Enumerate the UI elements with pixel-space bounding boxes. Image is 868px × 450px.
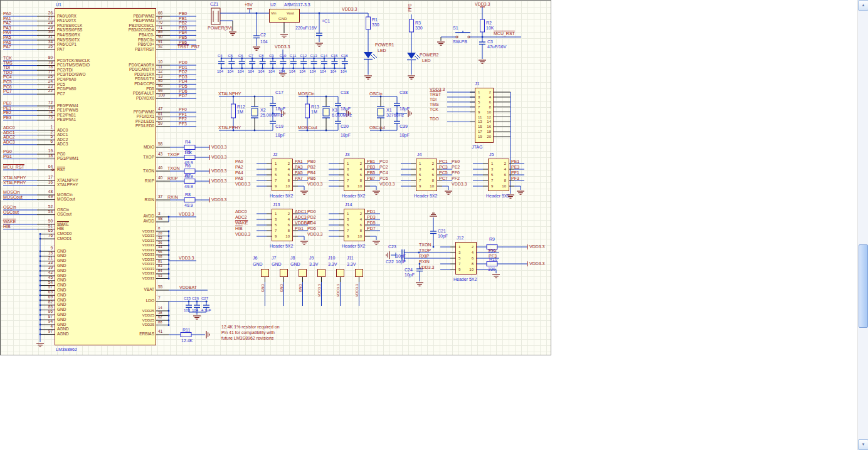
capacitor-designator[interactable]: C19 — [275, 124, 283, 128]
header-designator[interactable]: J9 — [309, 256, 314, 260]
single-pin-header-body[interactable] — [261, 269, 269, 277]
capacitor-designator[interactable]: C7 — [248, 54, 253, 58]
capacitor-designator[interactable]: C4 — [218, 54, 223, 58]
resistor-designator[interactable]: R9 — [489, 237, 495, 241]
net-label: PB5 — [179, 35, 187, 39]
pin-name: PB3/I2C0SDA — [87, 28, 154, 33]
single-pin-header-body[interactable] — [299, 269, 307, 277]
net-label: PE1 — [511, 159, 519, 164]
pin-number: 20 — [484, 135, 491, 139]
capacitor-designator[interactable]: C22 — [386, 259, 394, 264]
capacitor-designator[interactable]: C20 — [341, 124, 349, 128]
jack-designator[interactable]: CZ1 — [210, 2, 218, 6]
header-designator[interactable]: J11 — [347, 256, 354, 260]
header-designator[interactable]: J14 — [345, 202, 352, 207]
single-pin-header-body[interactable] — [336, 269, 344, 277]
resistor-designator[interactable]: R1 — [372, 18, 378, 22]
header-designator[interactable]: J12 — [457, 236, 463, 240]
single-pin-header-body[interactable] — [355, 269, 363, 277]
resistor-designator[interactable]: R5 — [185, 150, 191, 154]
capacitor-designator[interactable]: C25 — [184, 296, 191, 300]
capacitor-designator[interactable]: C38 — [400, 90, 408, 95]
switch-designator[interactable]: S1 — [453, 26, 458, 30]
resistor-designator[interactable]: R3 — [415, 21, 421, 25]
capacitor-designator[interactable]: C14 — [320, 54, 327, 58]
resistor-designator[interactable]: R12 — [237, 105, 245, 109]
pin-number: 73 — [37, 106, 53, 110]
resistor-designator[interactable]: R8 — [185, 192, 191, 197]
capacitor-designator[interactable]: C3 — [487, 39, 493, 44]
capacitor-designator[interactable]: C13 — [310, 54, 317, 58]
pin-number: 1 — [458, 245, 460, 249]
capacitor-designator[interactable]: C27 — [201, 296, 208, 300]
scrollbar-thumb[interactable] — [859, 244, 868, 328]
header-designator[interactable]: J10 — [328, 256, 335, 260]
crystal-designator[interactable]: X2 — [260, 108, 266, 112]
pin-name: PD3/U1TX — [87, 77, 154, 81]
capacitor-designator[interactable]: C12 — [300, 54, 307, 58]
note-line: 12.4K 1% resistor required on — [221, 325, 280, 329]
capacitor-designator[interactable]: C17 — [275, 90, 283, 95]
pin-name: VBAT — [87, 288, 154, 292]
led-designator[interactable]: POWER1 — [375, 43, 394, 47]
resistor-designator[interactable]: R11 — [183, 328, 190, 332]
resistor-designator[interactable]: R6 — [185, 164, 191, 168]
header-designator[interactable]: J8 — [290, 256, 295, 260]
capacitor-designator[interactable]: C9 — [269, 54, 274, 58]
pin-name: XTALNPHY — [57, 179, 78, 183]
net-label: PC6 — [379, 176, 388, 181]
resistor-designator[interactable]: R10 — [489, 257, 497, 261]
scroll-down-button[interactable]: ▼ — [858, 439, 868, 450]
capacitor-designator[interactable]: C18 — [341, 90, 349, 95]
pin-number: 82 — [37, 300, 53, 305]
pin-name: RST — [57, 168, 65, 172]
capacitor-designator[interactable]: C16 — [341, 54, 348, 58]
capacitor-designator[interactable]: C26 — [192, 296, 199, 300]
capacitor-designator[interactable]: C8 — [259, 54, 264, 58]
capacitor-designator[interactable]: C39 — [400, 124, 408, 128]
header-designator[interactable]: J5 — [489, 152, 494, 157]
net-label: XTALPPHY — [218, 125, 241, 130]
pin-number: 8 — [426, 179, 434, 182]
resistor-designator[interactable]: R13 — [311, 105, 319, 109]
header-designator[interactable]: J13 — [273, 202, 280, 207]
header-designator[interactable]: J6 — [253, 256, 257, 260]
capacitor-designator[interactable]: C11 — [290, 54, 297, 58]
capacitor-value: 104 — [299, 70, 305, 73]
capacitor-designator[interactable]: C21 — [438, 229, 446, 233]
capacitor-designator[interactable]: C23 — [388, 244, 396, 249]
single-pin-header-body[interactable] — [317, 269, 326, 277]
capacitor-value: 18pF — [400, 133, 410, 137]
header-designator[interactable]: J7 — [272, 256, 276, 260]
schematic-sheet[interactable]: U1LM3S8962PA026PA0/U0RXPA127PA1/U0TXPA22… — [0, 0, 551, 355]
header-designator[interactable]: J1 — [475, 81, 479, 86]
crystal-designator[interactable]: X1 — [386, 108, 392, 112]
resistor-designator[interactable]: R4 — [185, 140, 191, 144]
pin-number: 6 — [498, 173, 506, 177]
net-label: TDI — [3, 65, 10, 70]
capacitor-designator[interactable]: C10 — [279, 54, 286, 58]
led-designator[interactable]: POWER2 — [420, 53, 438, 57]
scroll-up-button[interactable]: ▲ — [858, 0, 868, 11]
pin-number: 26 — [37, 11, 53, 16]
single-pin-header-body[interactable] — [280, 269, 288, 277]
capacitor-designator[interactable]: C6 — [238, 54, 243, 58]
header-designator[interactable]: J3 — [345, 152, 349, 157]
vertical-scrollbar[interactable]: ▲ ▼ — [857, 0, 868, 450]
crystal-designator[interactable]: X3 — [332, 108, 337, 112]
header-designator[interactable]: J2 — [273, 152, 277, 157]
resistor-designator[interactable]: R7 — [185, 174, 191, 178]
pin-number: 24 — [37, 80, 53, 84]
capacitor-designator[interactable]: C24 — [405, 268, 413, 272]
pin-name: OSCout — [57, 212, 71, 217]
header-label: Header 5X2 — [453, 277, 477, 281]
capacitor-designator[interactable]: C15 — [331, 54, 337, 58]
resistor-designator[interactable]: R2 — [486, 21, 492, 25]
capacitor-designator[interactable]: C2 — [260, 33, 266, 37]
capacitor-designator[interactable]: +C1 — [322, 19, 330, 23]
pin-name: PE0/PWM4 — [57, 104, 78, 108]
header-designator[interactable]: J4 — [417, 152, 421, 157]
net-label: GND — [261, 284, 265, 292]
net-label: PD2 — [307, 215, 316, 219]
capacitor-designator[interactable]: C5 — [228, 54, 233, 58]
